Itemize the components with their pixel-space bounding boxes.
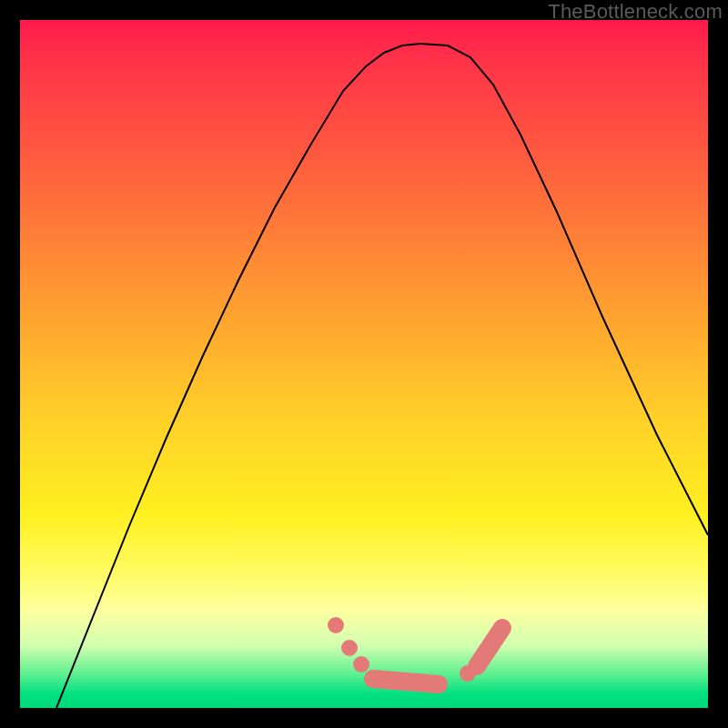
marker-pill (373, 679, 439, 684)
watermark-label: TheBottleneck.com (548, 0, 723, 24)
marker-dot (353, 656, 369, 672)
marker-group (328, 617, 502, 684)
left-branch-curve (56, 44, 420, 708)
marker-pill (477, 628, 502, 666)
marker-dot (341, 640, 358, 656)
chart-area (20, 20, 708, 708)
bottleneck-curve-plot (20, 20, 708, 708)
right-branch-curve (420, 44, 708, 535)
marker-dot (328, 617, 344, 633)
